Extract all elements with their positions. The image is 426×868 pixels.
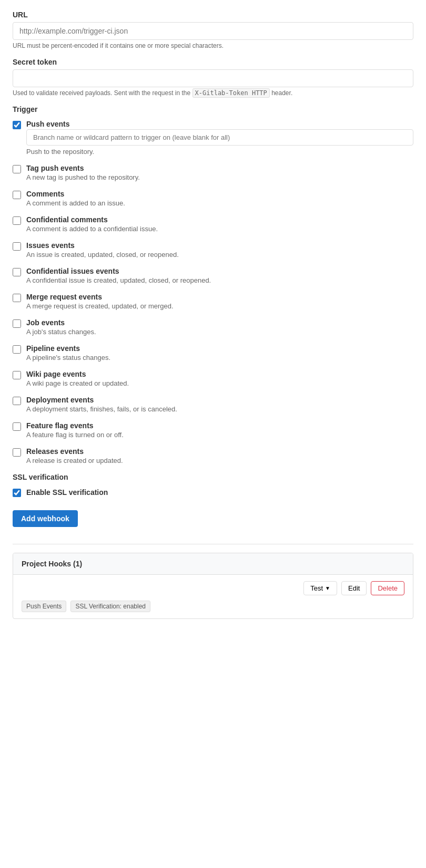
trigger-items-container: Push eventsPush to the repository.Tag pu… xyxy=(13,120,413,464)
branch-input-push_events[interactable] xyxy=(26,129,413,146)
project-hooks-actions: Test ▼ Edit Delete xyxy=(22,581,404,595)
trigger-desc-comments: A comment is added to an issue. xyxy=(26,199,413,207)
trigger-item-confidential_comments: Confidential commentsA comment is added … xyxy=(13,215,413,233)
checkbox-pipeline_events[interactable] xyxy=(13,345,21,354)
trigger-item-content-confidential_issues_events: Confidential issues eventsA confidential… xyxy=(26,267,413,284)
trigger-label-confidential_issues_events[interactable]: Confidential issues events xyxy=(26,267,413,275)
trigger-section-title: Trigger xyxy=(13,105,413,113)
checkbox-feature_flag_events[interactable] xyxy=(13,422,21,431)
test-button-label: Test xyxy=(310,584,323,592)
trigger-desc-feature_flag_events: A feature flag is turned on or off. xyxy=(26,431,413,439)
trigger-item-content-confidential_comments: Confidential commentsA comment is added … xyxy=(26,215,413,233)
ssl-verification-item: Enable SSL verification xyxy=(13,488,413,498)
secret-token-code: X-Gitlab-Token HTTP xyxy=(192,88,270,98)
trigger-desc-confidential_issues_events: A confidential issue is created, updated… xyxy=(26,276,413,284)
trigger-item-tag_push_events: Tag push eventsA new tag is pushed to th… xyxy=(13,164,413,181)
secret-token-help-before: Used to validate received payloads. Sent… xyxy=(13,89,190,97)
url-help-text: URL must be percent-encoded if it contai… xyxy=(13,42,413,49)
trigger-item-job_events: Job eventsA job's status changes. xyxy=(13,318,413,336)
checkbox-wiki_page_events[interactable] xyxy=(13,371,21,379)
ssl-section: SSL verification Enable SSL verification xyxy=(13,473,413,498)
hook-badges: Push EventsSSL Verification: enabled xyxy=(22,601,404,612)
secret-token-help: Used to validate received payloads. Sent… xyxy=(13,89,413,97)
trigger-item-content-releases_events: Releases eventsA release is created or u… xyxy=(26,447,413,464)
trigger-item-feature_flag_events: Feature flag eventsA feature flag is tur… xyxy=(13,421,413,439)
url-label: URL xyxy=(13,11,413,19)
trigger-label-pipeline_events[interactable]: Pipeline events xyxy=(26,344,413,353)
test-chevron-icon: ▼ xyxy=(325,585,330,591)
test-button[interactable]: Test ▼ xyxy=(303,581,337,595)
project-hooks-row: Test ▼ Edit Delete Push EventsSSL Verifi… xyxy=(13,575,413,618)
trigger-label-tag_push_events[interactable]: Tag push events xyxy=(26,164,413,172)
trigger-desc-releases_events: A release is created or updated. xyxy=(26,457,413,464)
checkbox-merge_request_events[interactable] xyxy=(13,294,21,302)
trigger-item-content-wiki_page_events: Wiki page eventsA wiki page is created o… xyxy=(26,370,413,387)
secret-token-input[interactable] xyxy=(13,69,413,87)
trigger-item-content-comments: CommentsA comment is added to an issue. xyxy=(26,190,413,207)
trigger-label-confidential_comments[interactable]: Confidential comments xyxy=(26,215,413,224)
trigger-label-issues_events[interactable]: Issues events xyxy=(26,241,413,250)
ssl-verification-label[interactable]: Enable SSL verification xyxy=(26,488,108,497)
checkbox-confidential_comments[interactable] xyxy=(13,216,21,225)
project-hooks-card: Project Hooks (1) Test ▼ Edit Delete Pus… xyxy=(13,553,413,619)
hook-badge-0: Push Events xyxy=(22,601,66,612)
trigger-item-wiki_page_events: Wiki page eventsA wiki page is created o… xyxy=(13,370,413,387)
trigger-item-content-job_events: Job eventsA job's status changes. xyxy=(26,318,413,336)
trigger-label-deployment_events[interactable]: Deployment events xyxy=(26,396,413,404)
trigger-desc-tag_push_events: A new tag is pushed to the repository. xyxy=(26,173,413,181)
secret-token-label: Secret token xyxy=(13,58,413,66)
trigger-label-releases_events[interactable]: Releases events xyxy=(26,447,413,456)
trigger-item-content-deployment_events: Deployment eventsA deployment starts, fi… xyxy=(26,396,413,413)
trigger-label-job_events[interactable]: Job events xyxy=(26,318,413,327)
edit-button[interactable]: Edit xyxy=(341,581,367,595)
secret-token-section: Secret token Used to validate received p… xyxy=(13,58,413,97)
checkbox-releases_events[interactable] xyxy=(13,448,21,457)
delete-button[interactable]: Delete xyxy=(371,581,404,595)
trigger-desc-merge_request_events: A merge request is created, updated, or … xyxy=(26,302,413,310)
trigger-item-content-issues_events: Issues eventsAn issue is created, update… xyxy=(26,241,413,259)
checkbox-confidential_issues_events[interactable] xyxy=(13,268,21,276)
trigger-desc-pipeline_events: A pipeline's status changes. xyxy=(26,354,413,361)
trigger-item-merge_request_events: Merge request eventsA merge request is c… xyxy=(13,293,413,310)
trigger-desc-issues_events: An issue is created, updated, closed, or… xyxy=(26,251,413,259)
checkbox-job_events[interactable] xyxy=(13,319,21,328)
trigger-item-push_events: Push eventsPush to the repository. xyxy=(13,120,413,156)
trigger-item-releases_events: Releases eventsA release is created or u… xyxy=(13,447,413,464)
ssl-verification-checkbox[interactable] xyxy=(13,489,21,497)
checkbox-push_events[interactable] xyxy=(13,121,21,129)
trigger-item-pipeline_events: Pipeline eventsA pipeline's status chang… xyxy=(13,344,413,361)
checkbox-comments[interactable] xyxy=(13,191,21,199)
ssl-section-title: SSL verification xyxy=(13,473,413,481)
checkbox-issues_events[interactable] xyxy=(13,242,21,251)
trigger-item-comments: CommentsA comment is added to an issue. xyxy=(13,190,413,207)
trigger-label-comments[interactable]: Comments xyxy=(26,190,413,198)
trigger-item-content-push_events: Push eventsPush to the repository. xyxy=(26,120,413,156)
trigger-label-push_events[interactable]: Push events xyxy=(26,120,413,128)
trigger-item-content-tag_push_events: Tag push eventsA new tag is pushed to th… xyxy=(26,164,413,181)
checkbox-deployment_events[interactable] xyxy=(13,397,21,405)
trigger-item-content-feature_flag_events: Feature flag eventsA feature flag is tur… xyxy=(26,421,413,439)
trigger-item-deployment_events: Deployment eventsA deployment starts, fi… xyxy=(13,396,413,413)
project-hooks-header: Project Hooks (1) xyxy=(13,553,413,575)
add-webhook-button[interactable]: Add webhook xyxy=(13,510,78,527)
trigger-desc-wiki_page_events: A wiki page is created or updated. xyxy=(26,379,413,387)
trigger-label-feature_flag_events[interactable]: Feature flag events xyxy=(26,421,413,430)
trigger-desc-deployment_events: A deployment starts, finishes, fails, or… xyxy=(26,405,413,413)
trigger-desc-job_events: A job's status changes. xyxy=(26,328,413,336)
divider xyxy=(13,544,413,544)
url-section: URL URL must be percent-encoded if it co… xyxy=(13,11,413,49)
checkbox-tag_push_events[interactable] xyxy=(13,165,21,173)
trigger-item-content-merge_request_events: Merge request eventsA merge request is c… xyxy=(26,293,413,310)
trigger-label-wiki_page_events[interactable]: Wiki page events xyxy=(26,370,413,378)
url-input[interactable] xyxy=(13,22,413,40)
trigger-item-confidential_issues_events: Confidential issues eventsA confidential… xyxy=(13,267,413,284)
trigger-item-issues_events: Issues eventsAn issue is created, update… xyxy=(13,241,413,259)
trigger-label-merge_request_events[interactable]: Merge request events xyxy=(26,293,413,301)
secret-token-help-after: header. xyxy=(271,89,292,97)
trigger-item-content-pipeline_events: Pipeline eventsA pipeline's status chang… xyxy=(26,344,413,361)
trigger-desc-confidential_comments: A comment is added to a confidential iss… xyxy=(26,225,413,233)
trigger-desc-push_events: Push to the repository. xyxy=(26,148,413,156)
hook-badge-1: SSL Verification: enabled xyxy=(70,601,150,612)
